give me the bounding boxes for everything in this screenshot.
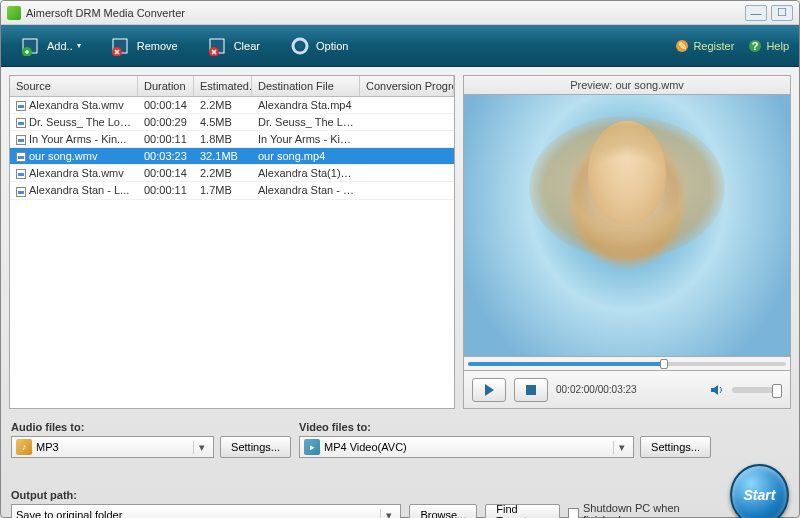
file-icon [16,135,26,145]
output-path-select[interactable]: Save to original folder ▾ [11,504,401,518]
svg-point-7 [297,43,303,49]
clear-icon [208,36,228,56]
shutdown-checkbox[interactable]: Shutdown PC when finished [568,502,714,518]
col-source[interactable]: Source [10,76,138,96]
svg-rect-12 [526,385,536,395]
window-title: Aimersoft DRM Media Converter [26,7,745,19]
table-row[interactable]: Dr. Seuss_ The Lor...00:00:294.5MBDr. Se… [10,114,454,131]
table-row[interactable]: Alexandra Sta.wmv00:00:142.2MBAlexandra … [10,165,454,182]
file-rows: Alexandra Sta.wmv00:00:142.2MBAlexandra … [10,97,454,408]
chevron-down-icon: ▾ [380,509,396,519]
output-path-label: Output path: [11,489,401,501]
add-button[interactable]: Add.. ▾ [11,32,91,60]
table-row[interactable]: Alexandra Sta.wmv00:00:142.2MBAlexandra … [10,97,454,114]
preview-video[interactable] [463,94,791,357]
file-list-panel: Source Duration Estimated... Destination… [9,75,455,409]
stop-icon [526,385,536,395]
checkbox-icon [568,508,580,518]
video-icon: ▸ [304,439,320,455]
add-icon [21,36,41,56]
help-icon: ? [748,39,762,53]
chevron-down-icon: ▾ [193,441,209,454]
maximize-button[interactable]: ☐ [771,5,793,21]
remove-button[interactable]: Remove [101,32,188,60]
register-link[interactable]: ✎ Register [675,39,734,53]
video-settings-button[interactable]: Settings... [640,436,711,458]
preview-panel: Preview: our song.wmv 00:02:00/00:03:23 [463,75,791,409]
col-duration[interactable]: Duration [138,76,194,96]
file-icon [16,169,26,179]
file-list-header: Source Duration Estimated... Destination… [10,76,454,97]
svg-text:?: ? [752,40,759,52]
dropdown-icon: ▾ [77,41,81,50]
video-format-select[interactable]: ▸ MP4 Video(AVC) ▾ [299,436,634,458]
option-button[interactable]: Option [280,32,358,60]
volume-icon[interactable] [710,383,724,397]
titlebar: Aimersoft DRM Media Converter — ☐ [1,1,799,25]
playback-time: 00:02:00/00:03:23 [556,384,637,395]
svg-text:✎: ✎ [678,40,687,52]
toolbar: Add.. ▾ Remove Clear Option ✎ Register ?… [1,25,799,67]
play-icon [484,384,494,396]
volume-slider[interactable] [732,387,782,393]
video-label: Video files to: [299,421,711,433]
col-destination[interactable]: Destination File [252,76,360,96]
audio-label: Audio files to: [11,421,291,433]
file-icon [16,101,26,111]
gear-icon [290,36,310,56]
seek-thumb[interactable] [660,359,668,369]
help-link[interactable]: ? Help [748,39,789,53]
minimize-button[interactable]: — [745,5,767,21]
clear-button[interactable]: Clear [198,32,270,60]
app-window: Aimersoft DRM Media Converter — ☐ Add.. … [0,0,800,518]
output-panel: Audio files to: ♪ MP3 ▾ Settings... Vide… [1,417,799,518]
start-button[interactable]: Start [730,464,789,518]
chevron-down-icon: ▾ [613,441,629,454]
stop-button[interactable] [514,378,548,402]
file-icon [16,152,26,162]
file-icon [16,187,26,197]
play-button[interactable] [472,378,506,402]
seek-slider[interactable] [463,357,791,371]
remove-icon [111,36,131,56]
audio-format-select[interactable]: ♪ MP3 ▾ [11,436,214,458]
register-icon: ✎ [675,39,689,53]
audio-settings-button[interactable]: Settings... [220,436,291,458]
find-target-button[interactable]: Find Target [485,504,559,518]
table-row[interactable]: our song.wmv00:03:2332.1MBour song.mp4 [10,148,454,165]
browse-button[interactable]: Browse... [409,504,477,518]
app-icon [7,6,21,20]
file-icon [16,118,26,128]
col-progress[interactable]: Conversion Progress [360,76,454,96]
playback-controls: 00:02:00/00:03:23 [463,371,791,409]
preview-title: Preview: our song.wmv [463,75,791,94]
music-icon: ♪ [16,439,32,455]
table-row[interactable]: Alexandra Stan - L...00:00:111.7MBAlexan… [10,182,454,199]
table-row[interactable]: In Your Arms - Kin...00:00:111.8MBIn You… [10,131,454,148]
col-estimated[interactable]: Estimated... [194,76,252,96]
